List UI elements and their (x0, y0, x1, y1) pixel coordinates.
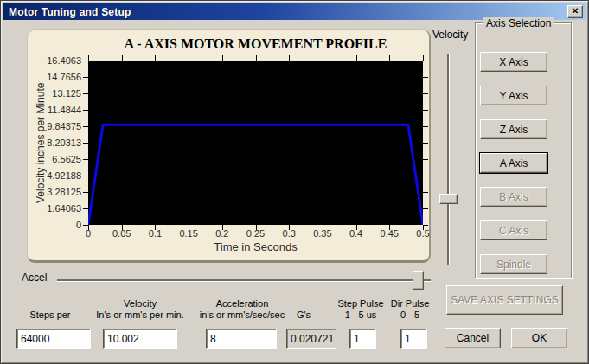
tick-mark (83, 77, 88, 78)
gs-readout (286, 329, 336, 349)
y-tick-label: 6.5625 (29, 154, 81, 164)
plot-area (88, 61, 423, 225)
tick-mark (423, 110, 428, 111)
tick-mark (423, 208, 428, 209)
tick-mark (423, 143, 428, 144)
tick-mark (155, 55, 156, 61)
tick-mark (289, 225, 290, 230)
cancel-button[interactable]: Cancel (445, 328, 501, 348)
axis-button-b-axis: B Axis (480, 187, 547, 207)
velocity-field-label-line2: In's or mm's per min. (87, 310, 193, 321)
tick-mark (423, 126, 428, 127)
tick-mark (389, 225, 390, 230)
tick-mark (83, 93, 88, 94)
step-pulse-label: Step Pulse 1 - 5 us (335, 298, 387, 321)
chart-title: A - AXIS MOTOR MOVEMENT PROFILE (88, 36, 423, 52)
velocity-profile-line (88, 61, 423, 225)
tick-mark (423, 61, 428, 61)
dir-pulse-input[interactable] (400, 329, 427, 349)
step-pulse-label-line1: Step Pulse (335, 298, 387, 310)
velocity-slider-thumb[interactable] (439, 194, 458, 204)
tick-mark (83, 192, 88, 193)
tick-mark (423, 176, 428, 176)
y-tick-label: 9.84375 (29, 121, 81, 131)
tick-mark (423, 192, 428, 193)
chart-panel: A - AXIS MOTOR MOVEMENT PROFILE Velocity… (27, 29, 431, 263)
axis-selection-group: Axis Selection X AxisY AxisZ AxisA AxisB… (475, 22, 572, 278)
velocity-input[interactable] (103, 329, 177, 349)
velocity-field-label: Velocity In's or mm's per min. (87, 298, 193, 321)
save-axis-settings-button[interactable]: SAVE AXIS SETTINGS (446, 285, 563, 315)
steps-per-input[interactable] (16, 329, 91, 349)
tick-mark (389, 55, 390, 61)
accel-slider-track[interactable] (57, 279, 431, 282)
axis-button-a-axis[interactable]: A Axis (480, 153, 547, 173)
y-tick-label: 8.20313 (29, 137, 81, 148)
tick-mark (189, 225, 189, 230)
axis-button-spindle: Spindle (480, 254, 547, 274)
tick-mark (88, 55, 89, 61)
y-tick-label: 11.4844 (29, 105, 81, 115)
tick-mark (122, 55, 123, 61)
y-tick-label: 1.64063 (29, 203, 81, 214)
tick-mark (256, 225, 257, 230)
accel-slider-thumb[interactable] (413, 271, 424, 290)
tick-mark (83, 110, 88, 111)
axis-button-z-axis[interactable]: Z Axis (480, 119, 547, 139)
velocity-slider-track[interactable] (447, 54, 450, 265)
window-title: Motor Tuning and Setup (9, 6, 131, 18)
tick-mark (323, 55, 323, 61)
tick-mark (122, 225, 123, 230)
close-button[interactable]: ✕ (567, 5, 583, 18)
step-pulse-input[interactable] (349, 329, 376, 349)
velocity-slider-label: Velocity (432, 29, 468, 41)
tick-mark (83, 176, 88, 176)
dir-pulse-label-line1: Dir Pulse (384, 298, 436, 310)
close-icon: ✕ (572, 6, 579, 16)
tick-mark (189, 55, 189, 61)
y-tick-label: 16.4063 (29, 55, 81, 66)
tick-mark (222, 225, 223, 230)
tick-mark (83, 126, 88, 127)
ok-button[interactable]: OK (511, 328, 567, 348)
axis-selection-group-label: Axis Selection (483, 17, 554, 29)
dir-pulse-label-line2: 0 - 5 (384, 310, 436, 321)
gs-label: G's (278, 310, 330, 321)
tick-mark (356, 225, 357, 230)
tick-mark (289, 55, 290, 61)
acceleration-input[interactable] (206, 329, 277, 349)
tick-mark (423, 225, 424, 230)
tick-mark (88, 225, 89, 230)
axis-button-x-axis[interactable]: X Axis (480, 52, 547, 72)
tick-mark (83, 61, 88, 61)
steps-per-label: Steps per (16, 310, 85, 321)
axis-button-c-axis: C Axis (480, 220, 547, 240)
step-pulse-label-line2: 1 - 5 us (335, 310, 387, 321)
dir-pulse-label: Dir Pulse 0 - 5 (384, 298, 436, 321)
axis-button-y-axis[interactable]: Y Axis (480, 86, 547, 105)
velocity-field-label-line1: Velocity (87, 298, 193, 310)
tick-mark (423, 55, 424, 61)
tick-mark (83, 208, 88, 209)
tick-mark (423, 93, 428, 94)
tick-mark (323, 225, 323, 230)
tick-mark (222, 55, 223, 61)
y-tick-label: 3.28125 (29, 187, 81, 197)
tick-mark (423, 77, 428, 78)
x-axis-title: Time in Seconds (88, 240, 423, 253)
y-tick-label: 14.7656 (29, 72, 81, 82)
accel-slider-label: Accel (22, 271, 47, 284)
tick-mark (83, 143, 88, 144)
tick-mark (356, 55, 357, 61)
tick-mark (423, 159, 428, 160)
tick-mark (83, 159, 88, 160)
tick-mark (155, 225, 156, 230)
motor-tuning-dialog: Motor Tuning and Setup ✕ A - AXIS MOTOR … (0, 0, 589, 364)
y-tick-label: 13.125 (29, 88, 81, 99)
y-tick-label: 4.92188 (29, 170, 81, 181)
tick-mark (256, 55, 257, 61)
acceleration-field-label-line1: Acceleration (189, 298, 295, 310)
